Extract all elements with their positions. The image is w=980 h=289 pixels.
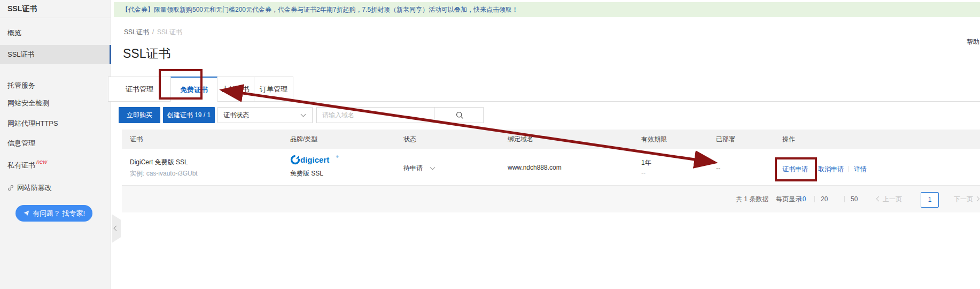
ssl-console-page: SSL证书 概览 SSL证书 托管服务 网站安全检测 网站代理HTTPS 信息管… — [0, 0, 980, 289]
promo-banner[interactable]: 【代金券】限量领取新购500元和无门槛200元代金券，代金券与证书2年期7折起购… — [114, 2, 980, 17]
tab-free-certificates[interactable]: 免费证书 — [170, 77, 217, 102]
sidebar-item-label: 概览 — [7, 29, 21, 37]
sidebar-item-hosting[interactable]: 托管服务 — [0, 78, 111, 94]
chevron-left-icon — [114, 226, 119, 231]
page-size-20[interactable]: 20 — [821, 186, 828, 212]
link-icon — [7, 181, 14, 197]
tab-bar: 证书管理 免费证书 上传证书 订单管理 — [108, 77, 293, 102]
sidebar-collapse-button[interactable] — [112, 214, 121, 243]
ask-expert-label: 有问题？ 找专家! — [33, 209, 85, 217]
col-brand-type: 品牌/类型 — [290, 130, 317, 149]
svg-text:®: ® — [336, 155, 339, 158]
status-chevron-down-icon[interactable] — [430, 165, 435, 170]
promo-banner-text: 【代金券】限量领取新购500元和无门槛200元代金券，代金券与证书2年期7折起购… — [122, 6, 518, 13]
svg-text:digicert: digicert — [300, 155, 329, 164]
col-validity: 有效期限 — [641, 130, 667, 149]
chevron-right-icon — [975, 196, 980, 202]
col-actions: 操作 — [782, 130, 795, 149]
col-deployed: 已部署 — [716, 130, 735, 149]
digicert-logo: digicert ® — [290, 154, 339, 168]
col-bound-domain: 绑定域名 — [508, 130, 533, 149]
search-icon — [456, 111, 464, 119]
sidebar-item-label: SSL证书 — [7, 50, 35, 58]
cancel-application-link[interactable]: 取消申请 — [818, 165, 844, 173]
next-page-button[interactable]: 下一页 — [954, 186, 979, 212]
breadcrumb: SSL证书/SSL证书 — [124, 28, 182, 37]
action-separator — [849, 166, 849, 172]
per-page-label: 每页显示 — [776, 186, 802, 212]
sidebar-item-ssl-cert[interactable]: SSL证书 — [0, 45, 111, 64]
sidebar-divider — [0, 18, 111, 18]
page-size-separator — [814, 196, 815, 202]
table-row: DigiCert 免费版 SSL 实例: cas-ivauto-i3GUbt d… — [122, 149, 980, 186]
status-filter-value: 证书状态 — [223, 111, 249, 119]
chevron-down-icon — [301, 112, 306, 117]
table-header: 证书 品牌/类型 状态 绑定域名 有效期限 已部署 操作 — [122, 130, 980, 149]
brand-type: 免费版 SSL — [290, 169, 323, 178]
status-value: 待申请 — [403, 164, 423, 173]
page-size-separator — [844, 196, 845, 202]
domain-search-input[interactable] — [317, 108, 434, 123]
bound-domain: www.ndch888.com — [508, 164, 562, 171]
details-link[interactable]: 详情 — [854, 165, 867, 173]
sidebar: SSL证书 概览 SSL证书 托管服务 网站安全检测 网站代理HTTPS 信息管… — [0, 0, 111, 289]
domain-search-box — [316, 107, 484, 123]
pagination-bar: 共 1 条数据 每页显示 10 20 50 上一页 下一页 — [122, 186, 980, 212]
sidebar-title: SSL证书 — [7, 4, 37, 14]
prev-page-button[interactable]: 上一页 — [877, 186, 902, 212]
sidebar-item-site-check[interactable]: 网站安全检测 — [0, 95, 111, 111]
breadcrumb-separator: / — [152, 28, 154, 36]
new-badge: new — [36, 158, 47, 165]
apply-certificate-link[interactable]: 证书申请 — [782, 165, 808, 173]
sidebar-item-label: 网站安全检测 — [7, 99, 49, 107]
certificate-name: DigiCert 免费版 SSL — [130, 158, 188, 167]
certificate-status-filter[interactable]: 证书状态 — [217, 107, 313, 123]
page-size-50[interactable]: 50 — [851, 186, 858, 212]
tab-upload-certificate[interactable]: 上传证书 — [217, 77, 254, 102]
buy-now-button[interactable]: 立即购买 — [119, 107, 160, 123]
validity-sub: -- — [641, 169, 645, 177]
row-actions: 证书申请取消申请详情 — [782, 164, 867, 174]
total-count: 共 1 条数据 — [736, 186, 768, 212]
ask-expert-button[interactable]: 有问题？ 找专家! — [15, 205, 92, 222]
current-page-button[interactable]: 1 — [921, 192, 939, 208]
prev-page-label: 上一页 — [883, 195, 902, 203]
tab-order-management[interactable]: 订单管理 — [254, 77, 293, 102]
help-link[interactable]: 帮助 — [967, 37, 979, 47]
page-title: SSL证书 — [123, 45, 170, 62]
sidebar-item-anti-tamper[interactable]: 网站防篡改 — [0, 180, 111, 196]
breadcrumb-root[interactable]: SSL证书 — [124, 28, 149, 36]
sidebar-item-label: 托管服务 — [7, 81, 35, 89]
sidebar-item-label: 私有证书 — [7, 161, 35, 169]
selected-indicator-bar — [110, 45, 111, 64]
page-size-10[interactable]: 10 — [799, 186, 806, 212]
create-certificate-button[interactable]: 创建证书 19 / 1 — [163, 107, 215, 123]
sidebar-item-overview[interactable]: 概览 — [0, 25, 111, 41]
validity-value: 1年 — [641, 158, 651, 168]
certificate-instance-id: 实例: cas-ivauto-i3GUbt — [130, 169, 198, 178]
sidebar-item-label: 信息管理 — [7, 139, 35, 147]
action-separator — [813, 166, 813, 172]
sidebar-item-info-mgmt[interactable]: 信息管理 — [0, 135, 111, 151]
paper-plane-icon — [23, 210, 30, 217]
sidebar-item-proxy-https[interactable]: 网站代理HTTPS — [0, 116, 111, 132]
col-status: 状态 — [403, 130, 416, 149]
breadcrumb-current: SSL证书 — [157, 28, 182, 36]
sidebar-item-label: 网站代理HTTPS — [7, 119, 58, 127]
deployed-value: -- — [716, 165, 720, 172]
sidebar-item-private-cert[interactable]: 私有证书new — [0, 157, 111, 173]
col-certificate: 证书 — [130, 130, 143, 149]
tab-cert-management[interactable]: 证书管理 — [108, 77, 171, 102]
chevron-left-icon — [876, 196, 882, 202]
sidebar-item-label: 网站防篡改 — [17, 184, 52, 192]
next-page-label: 下一页 — [954, 195, 973, 203]
search-button[interactable] — [435, 108, 484, 123]
